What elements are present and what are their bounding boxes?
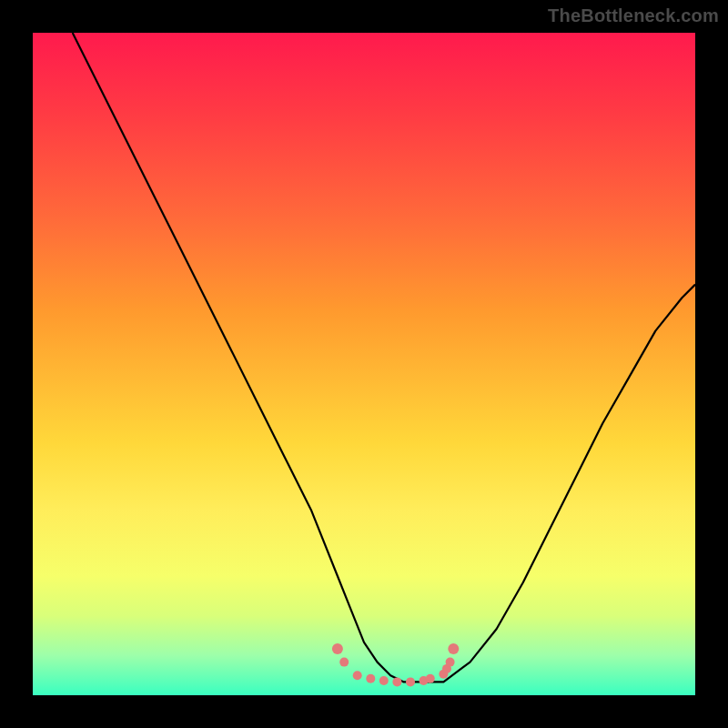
- chart-frame: TheBottleneck.com: [0, 0, 728, 728]
- highlight-dot: [446, 658, 455, 667]
- chart-svg: [33, 33, 695, 695]
- highlight-dot: [366, 674, 375, 683]
- bottleneck-curve: [73, 33, 695, 682]
- watermark-text: TheBottleneck.com: [548, 5, 719, 26]
- highlight-dot: [448, 643, 459, 654]
- highlight-dot: [379, 676, 389, 685]
- highlight-dot: [406, 677, 415, 686]
- highlight-dot: [353, 671, 362, 680]
- highlight-dot: [426, 674, 435, 683]
- highlight-dot: [332, 643, 343, 654]
- highlight-dot: [392, 677, 401, 686]
- chart-plot-area: [33, 33, 695, 695]
- highlight-dot: [339, 658, 349, 667]
- bottleneck-highlight-dots: [332, 643, 459, 686]
